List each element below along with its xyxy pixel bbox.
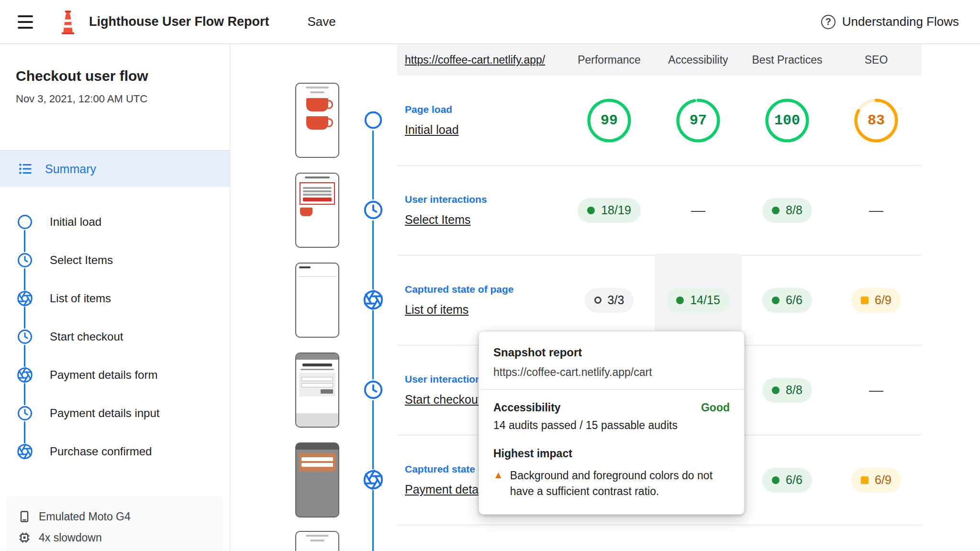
sidebar-item-start-checkout[interactable]: Start checkout — [0, 318, 230, 356]
timespan-clock-icon — [16, 252, 33, 269]
score-cell-best-practices: 100 — [743, 98, 832, 143]
audit-cell-seo: — — [832, 382, 921, 398]
score-gauge[interactable]: 99 — [586, 98, 632, 143]
step-link-list-of-items[interactable]: List of items — [405, 303, 468, 316]
timespan-clock-icon — [16, 405, 33, 422]
audit-chip[interactable]: 8/8 — [762, 198, 812, 223]
thumbnail-payment-details-input — [295, 442, 339, 518]
summary-list-icon — [17, 161, 33, 177]
timespan-clock-icon — [362, 199, 384, 221]
neutral-ring-icon — [594, 297, 601, 304]
thumbnail-payment-details-form — [295, 353, 339, 428]
sidebar-item-purchase-confirmed[interactable]: Purchase confirmed — [0, 432, 230, 471]
table-row-select-items: User interactions Select Items 18/19 — 8… — [397, 165, 922, 255]
throttle-row: 4x slowdown — [18, 527, 212, 548]
audit-cell-best-practices: 6/6 — [743, 288, 832, 313]
menu-icon[interactable] — [14, 11, 36, 33]
app-title: Lighthouse User Flow Report — [89, 14, 269, 29]
help-label: Understanding Flows — [842, 14, 959, 29]
pass-dot-icon — [587, 207, 595, 214]
audit-chip[interactable]: 6/6 — [762, 468, 812, 493]
sidebar-item-payment-details-form[interactable]: Payment details form — [0, 356, 230, 394]
tooltip-impact-text: Background and foreground colors do not … — [510, 468, 721, 499]
timespan-clock-icon — [16, 328, 33, 345]
snapshot-aperture-icon — [362, 289, 384, 311]
step-link-initial-load[interactable]: Initial load — [405, 123, 459, 136]
navigation-circle-icon — [362, 109, 384, 131]
device-row: Emulated Moto G4 — [18, 506, 212, 527]
score-cell-seo: 83 — [832, 98, 921, 143]
sidebar-item-payment-details-input[interactable]: Payment details input — [0, 394, 230, 432]
thumbnail-select-items — [295, 173, 339, 248]
summary-label: Summary — [45, 162, 96, 176]
tooltip-audit-summary: 14 audits passed / 15 passable audits — [493, 419, 730, 432]
cpu-icon — [18, 531, 31, 544]
audit-cell-seo: 6/9 — [832, 288, 921, 313]
cart-popup-graphic — [300, 182, 335, 205]
audit-chip[interactable]: 6/9 — [851, 468, 901, 493]
score-gauge[interactable]: 100 — [764, 98, 810, 143]
step-link-start-checkout[interactable]: Start checkout — [405, 393, 481, 406]
column-header-best-practices: Best Practices — [743, 54, 832, 66]
coffee-cup-graphic — [306, 116, 328, 130]
lighthouse-report-app: Lighthouse User Flow Report Save ? Under… — [0, 0, 980, 551]
score-gauge[interactable]: 83 — [853, 98, 899, 143]
tooltip-url: https://coffee-cart.netlify.app/cart — [493, 366, 730, 379]
snapshot-aperture-icon — [16, 290, 33, 307]
site-url-link[interactable]: https://coffee-cart.netlify.app/ — [397, 54, 565, 66]
audit-cell-seo: 6/9 — [832, 468, 921, 493]
snapshot-aperture-icon — [362, 469, 384, 491]
audit-chip[interactable]: 6/9 — [851, 288, 901, 313]
row-label: Page load Initial load — [397, 104, 565, 137]
audit-cell-seo: — — [832, 202, 921, 219]
tooltip-title: Snapshot report — [493, 346, 730, 359]
navigation-circle-icon — [16, 213, 33, 231]
audit-cell-best-practices: 6/6 — [743, 468, 832, 493]
tooltip-impact-title: Highest impact — [493, 447, 730, 460]
audit-cell-best-practices: 8/8 — [743, 378, 832, 403]
sidebar-item-initial-load[interactable]: Initial load — [0, 203, 230, 241]
column-header-accessibility: Accessibility — [654, 54, 743, 66]
table-row-initial-load: Page load Initial load 99 97 — [397, 76, 922, 165]
device-info-panel: Emulated Moto G4 4x slowdown — [6, 496, 223, 551]
step-link-select-items[interactable]: Select Items — [405, 213, 471, 226]
thumbnail-purchase-confirmed — [295, 531, 339, 551]
audit-chip[interactable]: 3/3 — [585, 288, 634, 313]
audit-cell-accessibility-hovered: 14/15 — [654, 288, 743, 313]
thumbnail-initial-load — [295, 83, 339, 158]
not-applicable-dash: — — [869, 202, 883, 219]
audit-chip[interactable]: 6/6 — [762, 288, 812, 313]
help-icon: ? — [821, 15, 835, 29]
understanding-flows-link[interactable]: ? Understanding Flows — [821, 14, 959, 29]
warn-square-icon — [861, 297, 869, 304]
pass-dot-icon — [772, 386, 780, 394]
table-header-row: https://coffee-cart.netlify.app/ Perform… — [397, 44, 922, 76]
audit-chip[interactable]: 8/8 — [762, 378, 812, 403]
tooltip-rating: Good — [701, 401, 730, 414]
phone-icon — [18, 510, 31, 523]
pass-dot-icon — [772, 476, 780, 484]
column-header-seo: SEO — [832, 54, 921, 66]
audit-cell-accessibility: — — [654, 202, 743, 219]
score-gauge[interactable]: 97 — [675, 98, 721, 143]
audit-cell-best-practices: 8/8 — [743, 198, 832, 223]
sidebar-item-select-items[interactable]: Select Items — [0, 241, 230, 279]
sidebar-item-list-of-items[interactable]: List of items — [0, 279, 230, 318]
snapshot-aperture-icon — [16, 366, 33, 384]
flow-title: Checkout user flow — [16, 68, 148, 84]
step-list: Initial load Select Items List of items — [0, 203, 230, 471]
pass-dot-icon — [772, 297, 780, 304]
lighthouse-logo-icon — [57, 10, 78, 34]
row-label: User interactions Select Items — [397, 194, 565, 227]
sidebar-item-summary[interactable]: Summary — [0, 151, 230, 187]
audit-chip[interactable]: 18/19 — [578, 198, 641, 223]
save-button[interactable]: Save — [308, 14, 336, 29]
audit-chip[interactable]: 14/15 — [667, 288, 730, 313]
sidebar: Checkout user flow Nov 3, 2021, 12:00 AM… — [0, 44, 230, 551]
tooltip-body: Accessibility Good 14 audits passed / 15… — [479, 390, 744, 514]
top-bar: Lighthouse User Flow Report Save ? Under… — [0, 0, 980, 44]
not-applicable-dash: — — [691, 202, 705, 219]
coffee-cup-graphic — [300, 208, 312, 216]
snapshot-report-tooltip: Snapshot report https://coffee-cart.netl… — [479, 331, 745, 515]
thumbnail-list-of-items — [295, 263, 339, 338]
